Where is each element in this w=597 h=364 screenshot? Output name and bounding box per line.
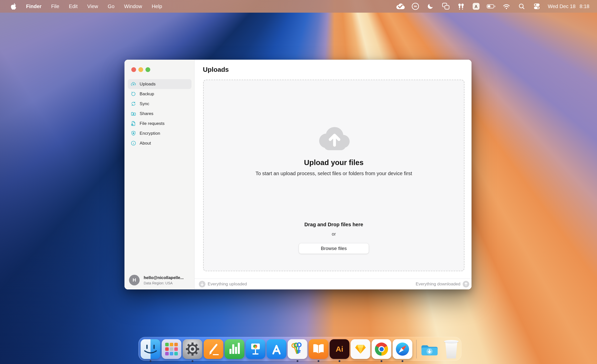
sidebar-item-label: File requests [140, 121, 165, 126]
control-center-icon[interactable] [531, 0, 543, 13]
window-copy-icon[interactable] [440, 0, 452, 13]
running-indicator [150, 360, 152, 362]
sidebar-item-shares[interactable]: Shares [128, 109, 191, 119]
sidebar-item-label: Encryption [140, 131, 160, 136]
status-bar: Everything uploaded Everything downloade… [195, 279, 472, 289]
dock-launchpad[interactable] [162, 339, 181, 359]
dock-system-settings[interactable] [183, 339, 202, 359]
or-label: or [332, 231, 336, 237]
menu-app-name[interactable]: Finder [21, 0, 46, 13]
dock-numbers[interactable] [225, 339, 244, 359]
main-header: Uploads [195, 60, 472, 80]
main-panel: Uploads Upload your files To sta [195, 60, 472, 289]
airpods-icon[interactable] [455, 0, 467, 13]
sidebar-item-label: Shares [140, 111, 153, 116]
running-indicator [318, 360, 319, 362]
menu-window[interactable]: Window [119, 0, 147, 13]
dock-downloads-folder[interactable] [420, 339, 440, 359]
sync-arrows-icon [131, 101, 136, 107]
download-status-icon [463, 281, 469, 287]
dock: Ai [138, 337, 461, 361]
browse-files-button[interactable]: Browse files [299, 243, 369, 254]
menu-bar: Finder File Edit View Go Window Help [0, 0, 597, 13]
dock-keynote[interactable] [246, 339, 265, 359]
app-window: Uploads Backup [124, 60, 472, 289]
sidebar-item-sync[interactable]: Sync [128, 99, 191, 109]
menu-go[interactable]: Go [103, 0, 119, 13]
clock-date: Wed Dec 18 [548, 4, 575, 9]
sidebar-item-label: Backup [140, 92, 154, 97]
sidebar-item-label: About [140, 141, 151, 146]
illustrator-ai-glyph: Ai [330, 339, 349, 359]
dropzone-subtitle: To start an upload process, select files… [255, 170, 412, 177]
sidebar-item-file-requests[interactable]: File requests [128, 119, 191, 128]
zoom-window-button[interactable] [145, 67, 150, 72]
cloud-upload-large-icon [315, 123, 353, 153]
desktop: Finder File Edit View Go Window Help [0, 0, 597, 364]
menu-bar-left: Finder File Edit View Go Window Help [0, 0, 167, 13]
sidebar-item-backup[interactable]: Backup [128, 89, 191, 99]
dropzone-title: Upload your files [304, 158, 364, 167]
info-circle-icon [131, 140, 136, 146]
wifi-icon[interactable] [501, 0, 512, 13]
running-indicator [402, 360, 403, 362]
menu-bar-clock[interactable]: Wed Dec 18 8:18 [548, 4, 589, 9]
dock-finder[interactable] [141, 339, 160, 359]
dock-chrome[interactable] [372, 339, 391, 359]
dock-trash[interactable] [441, 339, 461, 359]
close-window-button[interactable] [131, 67, 136, 72]
menu-file[interactable]: File [46, 0, 64, 13]
running-indicator [297, 360, 298, 362]
sidebar-item-encryption[interactable]: Encryption [128, 128, 191, 138]
dock-sketch[interactable] [351, 339, 370, 359]
apple-menu-icon[interactable] [6, 3, 21, 10]
running-indicator [192, 360, 194, 362]
chrome-logo [375, 343, 388, 356]
dock-passwords[interactable] [288, 339, 307, 359]
sidebar-item-label: Uploads [140, 82, 156, 87]
cloud-check-icon[interactable] [394, 0, 406, 13]
clock-time: 8:18 [580, 4, 589, 9]
sidebar-item-label: Sync [140, 101, 149, 106]
download-status-text: Everything downloaded [416, 282, 460, 287]
dock-app-store[interactable] [267, 339, 286, 359]
minimize-window-button[interactable] [138, 67, 143, 72]
sidebar-item-about[interactable]: About [128, 138, 191, 148]
menu-bar-status-area: ∞ [394, 0, 597, 13]
account-data-region: Data Region: USA [144, 281, 184, 285]
upload-status-text: Everything uploaded [208, 282, 247, 287]
restore-arrow-icon [131, 91, 136, 97]
input-source-a-icon[interactable]: A [470, 0, 482, 13]
shield-lock-icon [131, 130, 136, 136]
menu-help[interactable]: Help [147, 0, 167, 13]
menu-view[interactable]: View [82, 0, 103, 13]
dock-safari[interactable] [393, 339, 412, 359]
page-title: Uploads [203, 66, 229, 74]
svg-text:∞: ∞ [414, 4, 417, 9]
cloud-upload-icon [131, 81, 136, 87]
sidebar: Uploads Backup [124, 60, 195, 289]
svg-text:A: A [475, 4, 478, 9]
upload-status-icon [199, 281, 205, 287]
adobe-creative-cloud-icon[interactable]: ∞ [410, 0, 421, 13]
running-indicator [339, 360, 340, 362]
menu-edit[interactable]: Edit [64, 0, 82, 13]
dock-separator [416, 340, 417, 358]
account-section[interactable]: H hello@nicollapelle... Data Region: USA [129, 275, 184, 285]
avatar: H [129, 275, 140, 285]
window-controls [131, 67, 150, 72]
account-email: hello@nicollapelle... [144, 275, 184, 280]
drag-drop-label: Drag and Drop files here [304, 221, 363, 228]
dock-adobe-illustrator[interactable]: Ai [330, 339, 349, 359]
dock-pages[interactable] [204, 339, 223, 359]
file-request-icon [131, 121, 136, 126]
focus-moon-icon[interactable] [425, 0, 436, 13]
upload-dropzone[interactable]: Upload your files To start an upload pro… [203, 80, 464, 271]
shared-folder-icon [131, 111, 136, 117]
battery-icon[interactable] [485, 0, 497, 13]
spotlight-search-icon[interactable] [516, 0, 527, 13]
dock-books[interactable] [309, 339, 328, 359]
sidebar-nav: Uploads Backup [128, 79, 191, 148]
trash-rim [444, 340, 459, 343]
sidebar-item-uploads[interactable]: Uploads [128, 79, 191, 89]
